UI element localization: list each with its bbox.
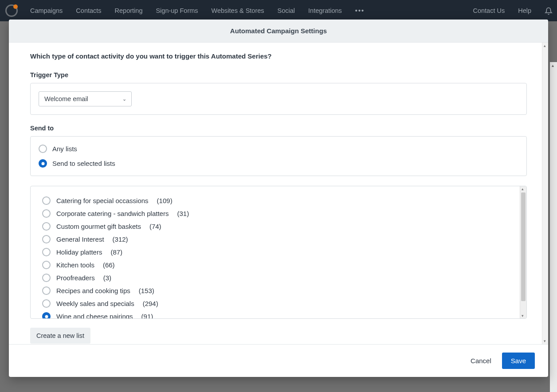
list-item-name: Weekly sales and specials — [56, 300, 134, 307]
save-button[interactable]: Save — [502, 353, 535, 369]
list-item-name: Wine and cheese pairings — [56, 313, 133, 318]
nav-item-websites-stores[interactable]: Websites & Stores — [212, 7, 264, 14]
trigger-type-label: Trigger Type — [30, 71, 527, 78]
radio-icon[interactable] — [39, 145, 47, 153]
list-item[interactable]: Recipes and cooking tips (153) — [42, 285, 512, 296]
list-item-name: Corporate catering - sandwich platters — [56, 210, 169, 217]
modal-scrollbar[interactable]: ▴ ▾ — [542, 43, 548, 344]
nav-item-contacts[interactable]: Contacts — [76, 7, 101, 14]
send-to-panel: Any listsSend to selected lists — [30, 136, 527, 176]
radio-icon[interactable] — [42, 196, 51, 205]
sendto-option-1[interactable]: Send to selected lists — [39, 157, 518, 169]
more-menu-icon[interactable]: ••• — [355, 7, 365, 14]
nav-item-sign-up-forms[interactable]: Sign-up Forms — [156, 7, 198, 14]
list-item-count: (87) — [110, 248, 122, 256]
list-item-count: (74) — [149, 223, 161, 230]
list-item-count: (312) — [113, 235, 128, 243]
lists-scrollbar[interactable]: ▴ ▾ — [520, 186, 526, 318]
list-item-count: (31) — [177, 210, 189, 217]
list-item[interactable]: Weekly sales and specials (294) — [42, 298, 512, 309]
list-item[interactable]: Custom gourmet gift baskets (74) — [42, 221, 512, 232]
nav-item-social[interactable]: Social — [278, 7, 295, 14]
list-item-count: (66) — [103, 261, 115, 269]
modal-title: Automated Campaign Settings — [9, 20, 548, 43]
list-item-name: Proofreaders — [56, 274, 95, 282]
nav-right: Contact UsHelp — [473, 7, 552, 14]
radio-icon[interactable] — [42, 222, 51, 231]
radio-icon[interactable] — [42, 299, 51, 308]
list-item-name: Custom gourmet gift baskets — [56, 223, 141, 230]
create-new-list-button[interactable]: Create a new list — [30, 328, 90, 344]
radio-icon[interactable] — [42, 274, 51, 282]
list-item-name: General Interest — [56, 235, 104, 243]
list-item[interactable]: Catering for special occassions (109) — [42, 195, 512, 206]
list-item-name: Holiday platters — [56, 248, 102, 256]
nav-item-reporting[interactable]: Reporting — [115, 7, 143, 14]
list-item-count: (3) — [103, 274, 111, 282]
list-item-count: (294) — [143, 300, 158, 307]
send-to-label: Send to — [30, 125, 527, 132]
list-item[interactable]: Holiday platters (87) — [42, 247, 512, 258]
radio-icon[interactable] — [39, 159, 47, 168]
nav-item-integrations[interactable]: Integrations — [308, 7, 342, 14]
modal-footer: Cancel Save — [9, 344, 548, 377]
settings-modal: Automated Campaign Settings ▴ ▾ Which ty… — [9, 20, 548, 377]
list-item-count: (153) — [139, 287, 154, 294]
trigger-type-panel: Welcome email ⌄ — [30, 83, 527, 115]
modal-body: ▴ ▾ Which type of contact activity do yo… — [9, 43, 548, 344]
nav-left: CampaignsContactsReportingSign-up FormsW… — [30, 7, 342, 14]
radio-icon[interactable] — [42, 209, 51, 218]
cancel-button[interactable]: Cancel — [468, 353, 494, 368]
radio-icon[interactable] — [42, 248, 51, 256]
list-item[interactable]: General Interest (312) — [42, 234, 512, 245]
list-item-name: Recipes and cooking tips — [56, 287, 130, 294]
radio-icon[interactable] — [42, 286, 51, 295]
notifications-icon[interactable] — [545, 7, 552, 14]
top-nav: CampaignsContactsReportingSign-up FormsW… — [0, 0, 557, 21]
page-scrollbar[interactable]: ▴ — [550, 62, 557, 392]
lists-panel: Catering for special occassions (109)Cor… — [30, 186, 527, 319]
list-item-count: (91) — [141, 313, 153, 318]
nav-item-campaigns[interactable]: Campaigns — [30, 7, 63, 14]
nav-item-help[interactable]: Help — [518, 7, 531, 14]
radio-icon[interactable] — [42, 261, 51, 269]
list-item[interactable]: Wine and cheese pairings (91) — [42, 311, 512, 318]
list-item-name: Catering for special occassions — [56, 197, 149, 204]
nav-item-contact-us[interactable]: Contact Us — [473, 7, 505, 14]
lists-scrollbar-thumb[interactable] — [521, 192, 526, 301]
sendto-option-label: Any lists — [52, 145, 77, 153]
sendto-option-label: Send to selected lists — [52, 160, 115, 167]
radio-icon[interactable] — [42, 312, 51, 318]
list-item[interactable]: Kitchen tools (66) — [42, 259, 512, 270]
list-item[interactable]: Corporate catering - sandwich platters (… — [42, 208, 512, 219]
trigger-question: Which type of contact activity do you wa… — [30, 52, 527, 60]
logo-icon[interactable] — [5, 4, 18, 17]
radio-icon[interactable] — [42, 235, 51, 243]
list-item-count: (109) — [157, 197, 173, 204]
trigger-type-select[interactable]: Welcome email — [39, 91, 132, 106]
sendto-option-0[interactable]: Any lists — [39, 143, 518, 155]
list-item-name: Kitchen tools — [56, 261, 94, 269]
list-item[interactable]: Proofreaders (3) — [42, 272, 512, 283]
